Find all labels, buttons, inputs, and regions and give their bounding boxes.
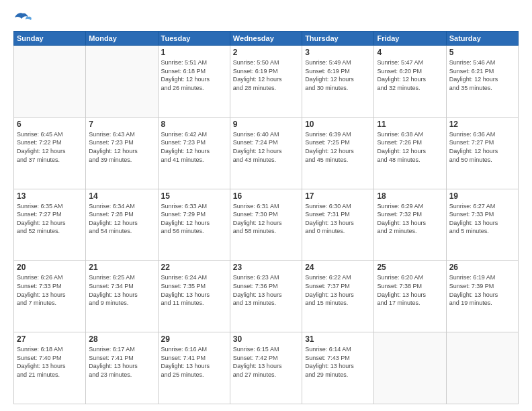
calendar-cell: 23Sunrise: 6:23 AM Sunset: 7:36 PM Dayli…	[230, 261, 302, 332]
calendar-header-friday: Friday	[374, 32, 446, 46]
day-number: 30	[233, 334, 299, 344]
calendar-week-row: 20Sunrise: 6:26 AM Sunset: 7:33 PM Dayli…	[14, 261, 519, 332]
calendar-cell: 19Sunrise: 6:27 AM Sunset: 7:33 PM Dayli…	[446, 189, 518, 261]
day-info: Sunrise: 6:30 AM Sunset: 7:31 PM Dayligh…	[305, 202, 371, 236]
calendar-table: SundayMondayTuesdayWednesdayThursdayFrid…	[13, 31, 519, 404]
calendar-cell: 13Sunrise: 6:35 AM Sunset: 7:27 PM Dayli…	[14, 189, 86, 261]
calendar-cell: 26Sunrise: 6:19 AM Sunset: 7:39 PM Dayli…	[446, 261, 518, 332]
day-info: Sunrise: 6:24 AM Sunset: 7:35 PM Dayligh…	[161, 273, 227, 307]
calendar-cell: 28Sunrise: 6:17 AM Sunset: 7:41 PM Dayli…	[86, 332, 158, 404]
day-number: 24	[305, 263, 371, 272]
calendar-cell: 11Sunrise: 6:38 AM Sunset: 7:26 PM Dayli…	[374, 117, 446, 189]
day-number: 16	[233, 191, 299, 201]
day-info: Sunrise: 5:51 AM Sunset: 6:18 PM Dayligh…	[161, 58, 227, 92]
day-number: 13	[17, 191, 83, 201]
calendar-cell: 25Sunrise: 6:20 AM Sunset: 7:38 PM Dayli…	[374, 261, 446, 332]
calendar-cell: 31Sunrise: 6:14 AM Sunset: 7:43 PM Dayli…	[302, 332, 374, 404]
day-number: 10	[305, 120, 371, 129]
day-info: Sunrise: 6:43 AM Sunset: 7:23 PM Dayligh…	[89, 130, 154, 164]
day-number: 20	[17, 263, 83, 272]
day-info: Sunrise: 6:45 AM Sunset: 7:22 PM Dayligh…	[17, 130, 83, 164]
calendar-cell	[86, 46, 158, 118]
day-info: Sunrise: 6:25 AM Sunset: 7:34 PM Dayligh…	[89, 273, 154, 307]
calendar-cell: 12Sunrise: 6:36 AM Sunset: 7:27 PM Dayli…	[446, 117, 518, 189]
calendar-cell: 17Sunrise: 6:30 AM Sunset: 7:31 PM Dayli…	[302, 189, 374, 261]
day-info: Sunrise: 5:47 AM Sunset: 6:20 PM Dayligh…	[377, 58, 443, 92]
calendar-cell: 20Sunrise: 6:26 AM Sunset: 7:33 PM Dayli…	[14, 261, 86, 332]
calendar-cell: 8Sunrise: 6:42 AM Sunset: 7:23 PM Daylig…	[158, 117, 230, 189]
day-number: 31	[305, 334, 371, 344]
calendar-cell: 27Sunrise: 6:18 AM Sunset: 7:40 PM Dayli…	[14, 332, 86, 404]
day-info: Sunrise: 5:50 AM Sunset: 6:19 PM Dayligh…	[233, 58, 299, 92]
day-info: Sunrise: 6:16 AM Sunset: 7:41 PM Dayligh…	[161, 345, 227, 379]
logo	[13, 11, 35, 27]
day-number: 4	[377, 48, 443, 57]
day-number: 12	[449, 120, 515, 129]
calendar-cell: 15Sunrise: 6:33 AM Sunset: 7:29 PM Dayli…	[158, 189, 230, 261]
day-number: 18	[377, 191, 443, 201]
day-number: 6	[17, 120, 83, 129]
logo-bird-icon	[13, 11, 32, 27]
day-info: Sunrise: 6:14 AM Sunset: 7:43 PM Dayligh…	[305, 345, 371, 379]
calendar-cell: 29Sunrise: 6:16 AM Sunset: 7:41 PM Dayli…	[158, 332, 230, 404]
day-number: 3	[305, 48, 371, 57]
day-number: 19	[449, 191, 515, 201]
day-number: 9	[233, 120, 299, 129]
day-number: 7	[89, 120, 154, 129]
calendar-cell: 1Sunrise: 5:51 AM Sunset: 6:18 PM Daylig…	[158, 46, 230, 118]
calendar-cell: 18Sunrise: 6:29 AM Sunset: 7:32 PM Dayli…	[374, 189, 446, 261]
calendar-cell: 5Sunrise: 5:46 AM Sunset: 6:21 PM Daylig…	[446, 46, 518, 118]
calendar-cell: 24Sunrise: 6:22 AM Sunset: 7:37 PM Dayli…	[302, 261, 374, 332]
calendar-cell	[446, 332, 518, 404]
day-info: Sunrise: 5:49 AM Sunset: 6:19 PM Dayligh…	[305, 58, 371, 92]
calendar-header-wednesday: Wednesday	[230, 32, 302, 46]
day-number: 25	[377, 263, 443, 272]
day-info: Sunrise: 6:17 AM Sunset: 7:41 PM Dayligh…	[89, 345, 154, 379]
page: SundayMondayTuesdayWednesdayThursdayFrid…	[0, 0, 532, 411]
calendar-cell: 16Sunrise: 6:31 AM Sunset: 7:30 PM Dayli…	[230, 189, 302, 261]
calendar-cell: 21Sunrise: 6:25 AM Sunset: 7:34 PM Dayli…	[86, 261, 158, 332]
day-number: 26	[449, 263, 515, 272]
day-info: Sunrise: 6:38 AM Sunset: 7:26 PM Dayligh…	[377, 130, 443, 164]
calendar-week-row: 27Sunrise: 6:18 AM Sunset: 7:40 PM Dayli…	[14, 332, 519, 404]
day-info: Sunrise: 6:27 AM Sunset: 7:33 PM Dayligh…	[449, 202, 515, 236]
calendar-cell	[374, 332, 446, 404]
calendar-cell: 30Sunrise: 6:15 AM Sunset: 7:42 PM Dayli…	[230, 332, 302, 404]
calendar-header-saturday: Saturday	[446, 32, 518, 46]
day-info: Sunrise: 6:20 AM Sunset: 7:38 PM Dayligh…	[377, 273, 443, 307]
day-number: 2	[233, 48, 299, 57]
day-number: 14	[89, 191, 154, 201]
calendar-header-row: SundayMondayTuesdayWednesdayThursdayFrid…	[14, 32, 519, 46]
day-info: Sunrise: 6:36 AM Sunset: 7:27 PM Dayligh…	[449, 130, 515, 164]
day-info: Sunrise: 6:22 AM Sunset: 7:37 PM Dayligh…	[305, 273, 371, 307]
day-number: 5	[449, 48, 515, 57]
calendar-cell: 7Sunrise: 6:43 AM Sunset: 7:23 PM Daylig…	[86, 117, 158, 189]
calendar-cell: 10Sunrise: 6:39 AM Sunset: 7:25 PM Dayli…	[302, 117, 374, 189]
day-number: 21	[89, 263, 154, 272]
day-info: Sunrise: 6:23 AM Sunset: 7:36 PM Dayligh…	[233, 273, 299, 307]
day-number: 8	[161, 120, 227, 129]
day-number: 23	[233, 263, 299, 272]
day-number: 15	[161, 191, 227, 201]
calendar-cell: 4Sunrise: 5:47 AM Sunset: 6:20 PM Daylig…	[374, 46, 446, 118]
day-info: Sunrise: 6:33 AM Sunset: 7:29 PM Dayligh…	[161, 202, 227, 236]
calendar-week-row: 6Sunrise: 6:45 AM Sunset: 7:22 PM Daylig…	[14, 117, 519, 189]
calendar-cell: 22Sunrise: 6:24 AM Sunset: 7:35 PM Dayli…	[158, 261, 230, 332]
calendar-header-sunday: Sunday	[14, 32, 86, 46]
day-info: Sunrise: 6:34 AM Sunset: 7:28 PM Dayligh…	[89, 202, 154, 236]
calendar-header-monday: Monday	[86, 32, 158, 46]
day-info: Sunrise: 6:39 AM Sunset: 7:25 PM Dayligh…	[305, 130, 371, 164]
header	[13, 11, 519, 27]
calendar-week-row: 1Sunrise: 5:51 AM Sunset: 6:18 PM Daylig…	[14, 46, 519, 118]
day-info: Sunrise: 5:46 AM Sunset: 6:21 PM Dayligh…	[449, 58, 515, 92]
day-info: Sunrise: 6:35 AM Sunset: 7:27 PM Dayligh…	[17, 202, 83, 236]
day-number: 11	[377, 120, 443, 129]
calendar-cell: 3Sunrise: 5:49 AM Sunset: 6:19 PM Daylig…	[302, 46, 374, 118]
calendar-cell	[14, 46, 86, 118]
calendar-header-thursday: Thursday	[302, 32, 374, 46]
day-number: 28	[89, 334, 154, 344]
day-info: Sunrise: 6:31 AM Sunset: 7:30 PM Dayligh…	[233, 202, 299, 236]
calendar-cell: 2Sunrise: 5:50 AM Sunset: 6:19 PM Daylig…	[230, 46, 302, 118]
day-number: 17	[305, 191, 371, 201]
day-number: 29	[161, 334, 227, 344]
